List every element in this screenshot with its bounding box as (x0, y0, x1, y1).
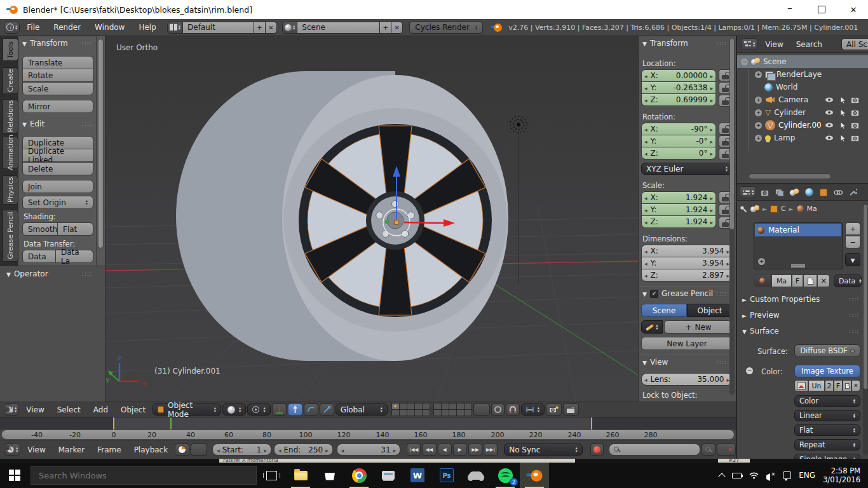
scene-crumb-icon[interactable] (750, 205, 759, 213)
outliner-editor-selector[interactable] (741, 38, 757, 50)
task-view-button[interactable] (257, 463, 286, 488)
set-origin-dropdown[interactable]: Set Origin (22, 196, 93, 209)
eye-icon[interactable] (825, 121, 834, 129)
panel-grip-icon[interactable]: :::: (717, 40, 727, 46)
action-center-icon[interactable] (783, 471, 791, 479)
tab-constraints[interactable] (832, 187, 844, 198)
data-layout-button[interactable]: Data La (55, 250, 93, 263)
dimension-z-field[interactable]: Z:2.897 (641, 269, 733, 281)
layer-group-2[interactable] (433, 403, 472, 416)
browse-material-dropdown[interactable] (754, 274, 771, 287)
outliner-menu-search[interactable]: Search (791, 40, 827, 49)
render-toggle-icon[interactable] (851, 109, 860, 116)
translate-button[interactable]: Translate (22, 56, 93, 69)
clock[interactable]: 2:58 PM3/01/2016 (823, 466, 860, 484)
tab-scene[interactable] (789, 187, 800, 198)
outliner-row-scene[interactable]: − Scene (737, 55, 868, 68)
material-slot-list[interactable]: Material + (754, 222, 843, 269)
menu-render[interactable]: Render (46, 23, 88, 32)
spotify-button[interactable]: 2 (491, 463, 520, 488)
interpolation-dropdown[interactable]: Linear (794, 410, 860, 421)
end-frame-field[interactable]: End:250 (274, 444, 333, 456)
cursor-icon[interactable] (839, 121, 846, 130)
add-material-slot-button[interactable] (845, 222, 860, 235)
menu-window[interactable]: Window (88, 23, 132, 32)
render-toggle-icon[interactable] (851, 96, 860, 104)
rotation-x-field[interactable]: X:-90° (641, 123, 716, 135)
image-users-count[interactable]: 2 (825, 380, 834, 391)
duplicate-linked-button[interactable]: Duplicate Linked (22, 149, 93, 162)
auto-keyframe-button[interactable] (175, 444, 189, 456)
gp-new-layer-button[interactable]: New Layer (641, 337, 733, 350)
image-fake-user-toggle[interactable]: F (834, 380, 843, 391)
scale-y-field[interactable]: Y:1.924 (641, 203, 716, 216)
photoshop-button[interactable]: Ps (432, 463, 461, 488)
panel-grip-icon[interactable]: :::: (849, 296, 859, 302)
color-input-button[interactable]: Image Texture (794, 365, 860, 377)
properties-scrollbar[interactable] (863, 203, 868, 455)
panel-grip-icon[interactable]: :::: (82, 121, 92, 127)
material-specials-dropdown[interactable] (845, 253, 860, 266)
screen-layout-name[interactable]: Default (183, 22, 254, 34)
data-link-dropdown[interactable]: Data (834, 274, 862, 287)
expand-icon[interactable]: + (755, 122, 762, 129)
expand-icon[interactable]: + (755, 97, 762, 104)
dimension-x-field[interactable]: X:3.954 (641, 245, 733, 257)
eye-icon[interactable] (825, 96, 834, 104)
panel-grip-icon[interactable]: :::: (82, 40, 92, 46)
maximize-button[interactable] (807, 0, 836, 19)
delete-button[interactable]: Delete (22, 162, 93, 175)
panel-grip-icon[interactable]: :::: (717, 290, 727, 297)
3d-viewport[interactable]: User Ortho z x y (31) Cylinder.001 (105, 36, 638, 402)
browse-image-dropdown[interactable] (794, 380, 808, 391)
panel-grip-icon[interactable]: :::: (849, 328, 859, 334)
lamp-object[interactable] (510, 116, 527, 133)
timeline-menu-view[interactable]: View (22, 445, 51, 454)
expand-icon[interactable]: + (758, 258, 765, 265)
image-name-field[interactable]: Un (808, 380, 825, 391)
npanel-scrollbar[interactable] (729, 39, 735, 395)
location-x-field[interactable]: X:0.00000 (641, 69, 716, 82)
record-button[interactable] (590, 444, 604, 456)
render-engine-dropdown[interactable]: Cycles Render (409, 22, 483, 34)
panel-grip-icon[interactable]: :::: (717, 359, 727, 365)
cursor-icon[interactable] (839, 96, 846, 104)
scale-z-field[interactable]: Z:1.924 (641, 215, 716, 228)
source-dropdown[interactable]: Single Image (794, 454, 860, 459)
keying-set-field[interactable] (609, 444, 701, 456)
grease-pencil-checkbox[interactable] (650, 290, 658, 298)
battery-icon[interactable] (732, 473, 742, 478)
unlink-image-button[interactable] (851, 380, 860, 391)
tab-create[interactable]: Create (3, 67, 18, 94)
start-frame-field[interactable]: Start:1 (212, 444, 271, 456)
play-reverse-button[interactable]: ◀ (438, 444, 452, 456)
eye-icon[interactable] (825, 109, 834, 116)
timeline-menu-marker[interactable]: Marker (53, 445, 90, 454)
tab-world[interactable] (803, 187, 815, 198)
windows-store-button[interactable] (315, 463, 344, 488)
current-frame-field[interactable]: 31 (337, 444, 400, 456)
scene-name[interactable]: Scene (297, 22, 380, 34)
viewport-menu-object[interactable]: Object (115, 405, 151, 414)
volume-muted-icon[interactable] (766, 471, 775, 479)
close-button[interactable] (839, 0, 868, 19)
sync-dropdown[interactable]: No Sync (504, 444, 583, 456)
edit-panel-header[interactable]: Edit:::: (22, 119, 92, 128)
xbox-button[interactable] (461, 463, 491, 488)
shade-smooth-button[interactable]: Smooth (22, 222, 58, 236)
expand-icon[interactable]: + (755, 71, 762, 78)
start-button[interactable] (0, 463, 29, 488)
rotation-z-field[interactable]: Z:0° (641, 147, 716, 159)
toolshelf-scrollbar[interactable] (97, 36, 105, 266)
expand-icon[interactable]: + (755, 109, 762, 116)
tab-tools[interactable]: Tools (3, 38, 18, 61)
new-material-button[interactable] (803, 274, 817, 287)
rotate-manipulator-button[interactable] (304, 403, 318, 416)
blender-taskbar-button[interactable] (520, 463, 549, 488)
eye-icon[interactable] (825, 134, 834, 142)
next-keyframe-button[interactable]: ▶▶ (468, 444, 482, 456)
chrome-button[interactable] (344, 463, 374, 488)
unlink-material-button[interactable] (817, 274, 830, 287)
expand-icon[interactable]: + (755, 135, 762, 142)
editor-type-selector[interactable]: i (4, 22, 20, 34)
